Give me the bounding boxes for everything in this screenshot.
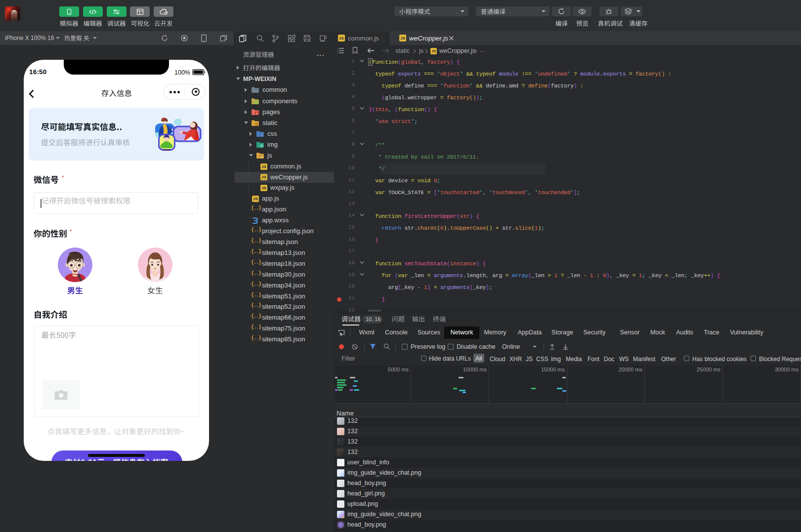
svg-text:JS: JS bbox=[260, 156, 263, 159]
svg-text:≡: ≡ bbox=[256, 112, 258, 115]
svg-text:3: 3 bbox=[261, 133, 263, 137]
